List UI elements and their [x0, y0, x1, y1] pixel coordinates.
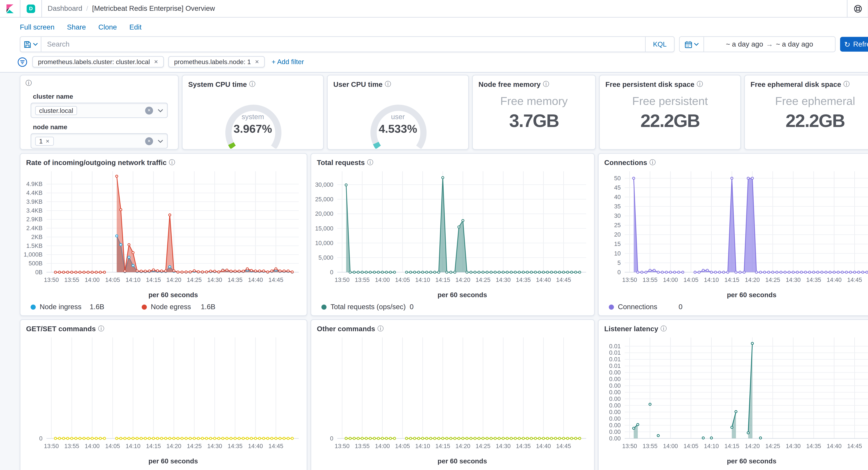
- svg-text:14:25: 14:25: [187, 276, 202, 283]
- legend-item[interactable]: Node ingress1.6B: [31, 303, 121, 311]
- query-language-button[interactable]: KQL: [645, 37, 674, 52]
- filter-menu-icon[interactable]: [17, 56, 28, 67]
- svg-text:15,000: 15,000: [315, 225, 333, 232]
- panel-title: Free persistent disk spaceⓘ: [600, 76, 740, 88]
- svg-text:14:20: 14:20: [745, 276, 760, 283]
- legend-item[interactable]: FLUSH0: [411, 469, 485, 470]
- breadcrumb-dashboard-link[interactable]: Dashboard: [48, 4, 82, 12]
- dashboard-row-2: Rate of incoming/outgoing network traffi…: [20, 153, 868, 316]
- network-traffic-chart[interactable]: 13:5013:5514:0014:0514:1014:1514:2014:25…: [21, 167, 307, 290]
- svg-text:0: 0: [330, 269, 333, 275]
- clear-selection-button[interactable]: ✕: [145, 106, 153, 114]
- panel-other-commands: Other commandsⓘ 13:5013:5514:0014:0514:1…: [311, 319, 595, 470]
- space-avatar[interactable]: D: [27, 4, 35, 13]
- svg-text:20,000: 20,000: [315, 210, 333, 217]
- connections-chart[interactable]: 13:5013:5514:0014:0514:1014:1514:2014:25…: [598, 167, 868, 290]
- calendar-menu-button[interactable]: [680, 37, 704, 52]
- svg-text:0.00: 0.00: [609, 415, 621, 422]
- help-icon[interactable]: [847, 0, 868, 17]
- info-icon: ⓘ: [98, 324, 104, 333]
- legend-label: Connections: [618, 303, 657, 311]
- search-input[interactable]: [41, 40, 645, 48]
- field-label: cluster name: [33, 93, 165, 100]
- svg-text:0: 0: [39, 435, 42, 442]
- svg-text:14:30: 14:30: [786, 276, 801, 283]
- time-range-picker[interactable]: ~ a day ago→~ a day ago: [679, 36, 836, 52]
- svg-text:3.9KB: 3.9KB: [26, 198, 42, 205]
- refresh-button[interactable]: ↻ Refresh: [840, 37, 868, 52]
- svg-text:13:50: 13:50: [622, 443, 637, 449]
- svg-text:2KB: 2KB: [31, 234, 42, 240]
- top-navigation-bar: D Dashboard / [Metricbeat Redis Enterpri…: [0, 0, 868, 18]
- filter-pill-cluster[interactable]: prometheus.labels.cluster: cluster.local…: [32, 56, 164, 67]
- svg-text:0.00: 0.00: [609, 382, 621, 389]
- svg-text:50: 50: [614, 175, 621, 181]
- legend-item[interactable]: AUTH0: [500, 469, 574, 470]
- legend-item[interactable]: Latency: [609, 469, 700, 470]
- svg-text:14:20: 14:20: [456, 443, 470, 449]
- svg-text:14:10: 14:10: [125, 443, 141, 449]
- svg-text:14:40: 14:40: [536, 443, 551, 449]
- svg-text:0.01: 0.01: [609, 362, 621, 369]
- full-screen-link[interactable]: Full screen: [20, 23, 55, 31]
- svg-text:4.4KB: 4.4KB: [26, 189, 42, 196]
- filter-pill-node[interactable]: prometheus.labels.node: 1✕: [168, 56, 265, 67]
- clone-link[interactable]: Clone: [98, 23, 117, 31]
- svg-text:14:45: 14:45: [847, 443, 862, 449]
- legend-value: 0: [553, 469, 574, 470]
- legend-item[interactable]: GET0: [31, 469, 121, 470]
- selected-token[interactable]: 1✕: [35, 136, 54, 145]
- panel-title: System CPU timeⓘ: [182, 76, 323, 88]
- panel-title: User CPU timeⓘ: [328, 76, 468, 88]
- chevron-down-icon[interactable]: [158, 139, 163, 143]
- x-axis-label: per 60 seconds: [21, 291, 307, 299]
- legend-item[interactable]: SET0: [142, 469, 232, 470]
- svg-text:14:35: 14:35: [516, 276, 531, 283]
- x-axis-label: per 60 seconds: [311, 457, 594, 465]
- svg-text:14:45: 14:45: [847, 276, 862, 283]
- dashboard-row-3: GET/SET commandsⓘ 13:5013:5514:0014:0514…: [20, 319, 868, 470]
- selected-token[interactable]: cluster.local: [35, 106, 77, 115]
- svg-text:14:15: 14:15: [724, 276, 739, 283]
- search-box: KQL: [20, 36, 675, 52]
- filter-bar: prometheus.labels.cluster: cluster.local…: [0, 55, 868, 72]
- time-range-value[interactable]: ~ a day ago→~ a day ago: [704, 40, 835, 48]
- svg-text:0.00: 0.00: [609, 369, 621, 376]
- legend-item[interactable]: Connections0: [609, 303, 700, 311]
- saved-query-menu-button[interactable]: [21, 37, 41, 52]
- close-icon[interactable]: ✕: [255, 59, 259, 65]
- close-icon[interactable]: ✕: [45, 138, 50, 144]
- share-link[interactable]: Share: [67, 23, 86, 31]
- legend-label: GET: [40, 469, 54, 470]
- total-requests-chart[interactable]: 13:5013:5514:0014:0514:1014:1514:2014:25…: [311, 167, 594, 290]
- svg-text:14:10: 14:10: [704, 443, 719, 449]
- calendar-icon: [684, 40, 692, 48]
- legend-dot-icon: [142, 304, 147, 309]
- clear-selection-button[interactable]: ✕: [145, 137, 153, 145]
- listener-latency-chart[interactable]: 13:5013:5514:0014:0514:1014:1514:2014:25…: [598, 333, 868, 457]
- getset-commands-chart[interactable]: 13:5013:5514:0014:0514:1014:1514:2014:25…: [21, 333, 307, 457]
- topbar-actions: [847, 0, 868, 17]
- add-filter-link[interactable]: + Add filter: [272, 58, 304, 66]
- info-icon: ⓘ: [385, 80, 391, 88]
- svg-text:14:20: 14:20: [166, 443, 181, 449]
- system-cpu-gauge[interactable]: [182, 88, 324, 148]
- svg-text:10: 10: [614, 250, 621, 257]
- other-commands-chart[interactable]: 13:5013:5514:0014:0514:1014:1514:2014:25…: [311, 333, 594, 457]
- chevron-down-icon[interactable]: [158, 109, 163, 112]
- kibana-logo-icon[interactable]: [4, 3, 15, 14]
- cluster-name-combobox[interactable]: cluster.local ✕: [31, 102, 168, 118]
- edit-link[interactable]: Edit: [129, 23, 142, 31]
- node-name-combobox[interactable]: 1✕ ✕: [31, 133, 168, 148]
- legend-value: 1.6B: [201, 303, 232, 311]
- close-icon[interactable]: ✕: [154, 59, 158, 65]
- chart-legend: Node ingress1.6BNode egress1.6B: [21, 303, 307, 311]
- legend-item[interactable]: Total requests (ops/sec)0: [321, 303, 431, 311]
- legend-item[interactable]: Node egress1.6B: [142, 303, 232, 311]
- svg-text:14:15: 14:15: [435, 443, 450, 449]
- user-cpu-gauge[interactable]: [328, 88, 469, 148]
- info-icon: ⓘ: [843, 80, 849, 88]
- legend-item[interactable]: TOUCH0: [321, 469, 395, 470]
- panel-connections: Connectionsⓘ 13:5013:5514:0014:0514:1014…: [598, 153, 868, 316]
- panel-system-cpu-gauge: System CPU timeⓘ system 3.967%: [182, 75, 323, 150]
